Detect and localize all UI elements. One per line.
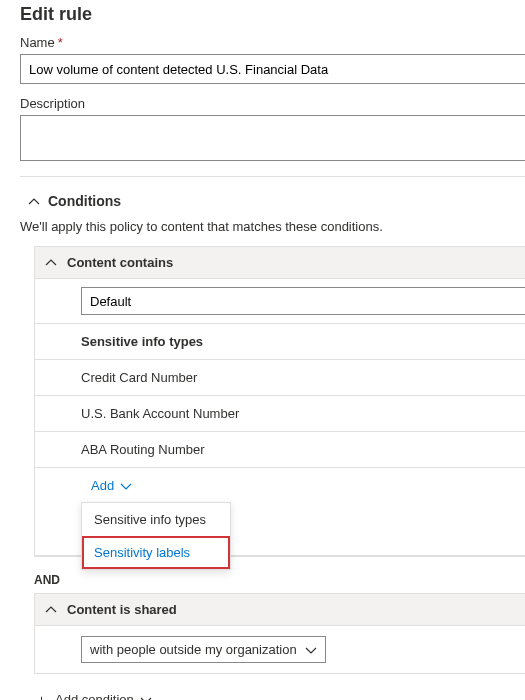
chevron-up-icon xyxy=(28,195,40,207)
chevron-up-icon xyxy=(45,604,57,616)
content-contains-group: Content contains Sensitive info types Cr… xyxy=(34,246,525,557)
list-item[interactable]: U.S. Bank Account Number xyxy=(35,396,525,432)
content-shared-group: Content is shared with people outside my… xyxy=(34,593,525,674)
description-input[interactable] xyxy=(20,115,525,161)
content-shared-header[interactable]: Content is shared xyxy=(35,594,525,626)
content-contains-header[interactable]: Content contains xyxy=(35,247,525,279)
add-button[interactable]: Add xyxy=(91,478,132,493)
dropdown-item-sensitivity-labels[interactable]: Sensitivity labels xyxy=(82,536,230,569)
content-shared-select[interactable]: with people outside my organization xyxy=(81,636,326,663)
add-condition-button[interactable]: ＋ Add condition xyxy=(20,684,152,700)
sensitive-info-types-header: Sensitive info types xyxy=(35,323,525,360)
conditions-header[interactable]: Conditions xyxy=(20,191,525,217)
name-input[interactable] xyxy=(20,54,525,84)
conditions-subtext: We'll apply this policy to content that … xyxy=(20,219,525,234)
page-title: Edit rule xyxy=(20,4,525,25)
chevron-up-icon xyxy=(45,257,57,269)
default-group-input[interactable] xyxy=(81,287,525,315)
dropdown-item-sensitive-info-types[interactable]: Sensitive info types xyxy=(82,503,230,536)
add-dropdown: Sensitive info types Sensitivity labels xyxy=(81,502,231,570)
and-operator-label: AND xyxy=(20,567,525,593)
chevron-down-icon xyxy=(140,694,152,701)
list-item[interactable]: Credit Card Number xyxy=(35,360,525,396)
chevron-down-icon xyxy=(120,480,132,492)
name-label: Name* xyxy=(20,35,525,50)
required-indicator: * xyxy=(58,35,63,50)
plus-icon: ＋ xyxy=(34,692,49,700)
chevron-down-icon xyxy=(305,644,317,656)
description-label: Description xyxy=(20,96,525,111)
list-item[interactable]: ABA Routing Number xyxy=(35,432,525,468)
divider xyxy=(20,176,525,177)
